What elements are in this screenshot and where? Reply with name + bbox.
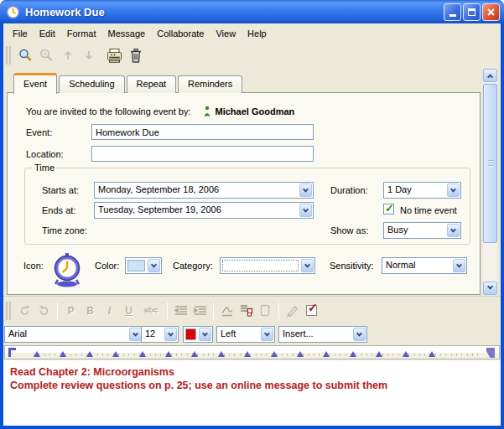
ruler-tab-stop[interactable] xyxy=(60,351,66,357)
location-input[interactable] xyxy=(91,146,314,162)
menu-help[interactable]: Help xyxy=(242,27,273,40)
chevron-down-icon[interactable] xyxy=(129,328,142,341)
ruler-tab-stop[interactable] xyxy=(323,351,330,357)
redo-icon[interactable] xyxy=(34,302,54,320)
color-label: Color: xyxy=(95,261,119,271)
event-input[interactable] xyxy=(91,124,314,140)
find-icon[interactable] xyxy=(15,45,36,65)
alarm-clock-icon[interactable] xyxy=(51,252,83,287)
no-time-event-checkbox[interactable]: ✓ xyxy=(383,204,394,214)
outdent-icon[interactable] xyxy=(171,302,190,320)
message-text[interactable]: Read Chapter 2: Microorganisms Complete … xyxy=(10,365,496,392)
scroll-up-button[interactable] xyxy=(483,69,497,82)
ruler-tab-stop[interactable] xyxy=(34,351,40,357)
menu-edit[interactable]: Edit xyxy=(34,27,61,40)
menu-format[interactable]: Format xyxy=(61,27,102,40)
paragraph-icon[interactable]: P xyxy=(61,302,81,320)
sensitivity-combo[interactable]: Normal xyxy=(382,257,467,274)
show-as-combo[interactable]: Busy xyxy=(383,222,461,239)
delete-icon[interactable] xyxy=(125,45,146,65)
chevron-down-icon[interactable] xyxy=(447,183,460,197)
ruler-right-margin-marker[interactable] xyxy=(486,348,495,358)
separator xyxy=(213,302,214,319)
ruler-tab-stop[interactable] xyxy=(139,351,146,357)
category-combo[interactable] xyxy=(220,257,315,274)
ruler-tab-stop[interactable] xyxy=(165,351,172,357)
ruler-tab-stop[interactable] xyxy=(218,351,225,357)
ruler-tab-stop[interactable] xyxy=(271,351,278,357)
font-size-combo[interactable]: 12 xyxy=(141,326,179,343)
ruler-tab-stop[interactable] xyxy=(86,351,93,357)
chevron-down-icon[interactable] xyxy=(164,328,177,341)
separator xyxy=(167,302,168,319)
vertical-scrollbar[interactable] xyxy=(483,69,497,295)
ruler-tab-stop[interactable] xyxy=(376,351,382,357)
previous-icon[interactable] xyxy=(57,45,78,65)
chevron-down-icon[interactable] xyxy=(353,328,366,341)
minimize-button[interactable] xyxy=(444,3,461,21)
ruler-tab-stop[interactable] xyxy=(112,351,119,357)
title-bar[interactable]: Homework Due xyxy=(0,0,504,23)
ruler-tab-stop[interactable] xyxy=(297,351,304,357)
main-toolbar xyxy=(3,42,501,69)
chevron-down-icon[interactable] xyxy=(148,259,160,272)
find-next-icon[interactable] xyxy=(36,45,57,65)
signature-icon[interactable] xyxy=(217,302,236,320)
color-swatch xyxy=(127,260,145,271)
chevron-down-icon[interactable] xyxy=(299,183,312,197)
next-icon[interactable] xyxy=(78,45,99,65)
insert-combo[interactable]: Insert... xyxy=(278,326,367,343)
message-body[interactable]: Read Chapter 2: Microorganisms Complete … xyxy=(3,360,501,426)
ends-at-combo[interactable]: Tuesday, September 19, 2006 xyxy=(94,202,314,219)
chevron-down-icon[interactable] xyxy=(261,328,273,341)
ruler-tab-stop[interactable] xyxy=(429,351,435,357)
underline-icon[interactable]: U xyxy=(119,302,138,320)
toolbar-grip[interactable] xyxy=(6,302,11,320)
italic-icon[interactable]: I xyxy=(100,302,119,320)
chevron-down-icon[interactable] xyxy=(447,224,460,237)
undo-icon[interactable] xyxy=(15,302,34,320)
alignment-combo[interactable]: Left xyxy=(216,326,275,343)
ruler-left-margin-marker[interactable] xyxy=(8,348,16,357)
color-combo[interactable] xyxy=(125,257,162,274)
starts-at-combo[interactable]: Monday, September 18, 2006 xyxy=(94,182,314,199)
menu-message[interactable]: Message xyxy=(102,27,152,40)
font-name-combo[interactable]: Arial xyxy=(4,326,143,343)
tab-reminders[interactable]: Reminders xyxy=(178,75,242,93)
maximize-button[interactable] xyxy=(463,3,481,21)
chevron-down-icon[interactable] xyxy=(199,328,211,341)
menu-file[interactable]: File xyxy=(7,27,34,40)
ruler-tab-stop[interactable] xyxy=(403,351,409,357)
ruler-tab-stop[interactable] xyxy=(191,351,198,357)
duration-combo[interactable]: 1 Day xyxy=(383,182,461,199)
chevron-down-icon[interactable] xyxy=(453,259,465,272)
invitation-text: You are invited to the following event b… xyxy=(26,106,191,116)
spellcheck-icon[interactable]: ✓ xyxy=(302,302,321,320)
scroll-down-button[interactable] xyxy=(483,282,497,295)
ruler-tab-stop[interactable] xyxy=(350,351,356,357)
print-icon[interactable] xyxy=(104,45,125,65)
indent-icon[interactable] xyxy=(190,302,210,320)
ruler-tab-stop[interactable] xyxy=(244,351,251,357)
menu-view[interactable]: View xyxy=(210,27,242,40)
font-color-combo[interactable] xyxy=(183,326,213,343)
close-button[interactable] xyxy=(482,3,500,21)
chevron-up-icon xyxy=(487,74,493,80)
insert-object-icon[interactable] xyxy=(256,302,275,320)
tab-bar: Event Scheduling Repeat Reminders xyxy=(13,72,244,93)
toolbar-grip[interactable] xyxy=(6,46,11,65)
tab-scheduling[interactable]: Scheduling xyxy=(59,75,124,93)
menu-collaborate[interactable]: Collaborate xyxy=(151,27,210,40)
insert-field-icon[interactable] xyxy=(236,302,256,320)
chevron-down-icon[interactable] xyxy=(301,259,314,272)
ruler[interactable] xyxy=(4,345,500,359)
bold-icon[interactable]: B xyxy=(81,302,100,320)
highlight-pen-icon[interactable] xyxy=(283,302,302,320)
minimize-icon xyxy=(449,14,456,17)
scrollbar-thumb[interactable] xyxy=(483,84,497,243)
strikethrough-icon[interactable]: abc xyxy=(138,302,164,320)
chevron-down-icon[interactable] xyxy=(299,204,312,217)
tab-repeat[interactable]: Repeat xyxy=(127,75,176,93)
organizer-person-icon xyxy=(203,106,211,116)
tab-event[interactable]: Event xyxy=(13,73,57,94)
